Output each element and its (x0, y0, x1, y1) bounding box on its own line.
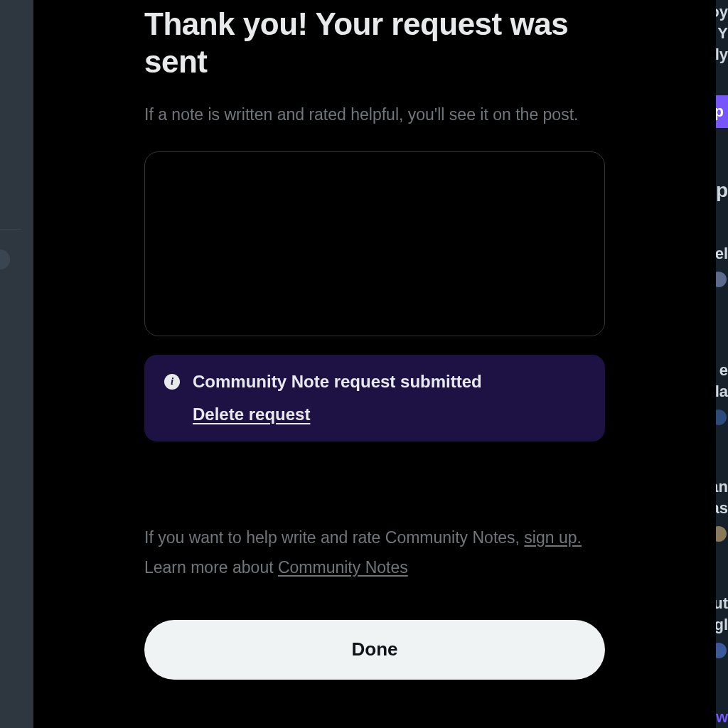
status-banner: i Community Note request submitted Delet… (144, 355, 605, 441)
help-text-prefix: If you want to help write and rate Commu… (144, 528, 524, 547)
help-text-prefix-2: Learn more about (144, 558, 278, 577)
modal-subtitle: If a note is written and rated helpful, … (144, 104, 605, 126)
status-text: Community Note request submitted (193, 372, 482, 392)
help-text-signup: If you want to help write and rate Commu… (144, 525, 605, 550)
community-notes-link[interactable]: Community Notes (278, 558, 408, 577)
delete-request-link[interactable]: Delete request (193, 405, 310, 424)
help-section: If you want to help write and rate Commu… (144, 525, 605, 580)
community-note-modal: Thank you! Your request was sent If a no… (33, 0, 716, 728)
done-button[interactable]: Done (144, 620, 605, 680)
help-text-learn: Learn more about Community Notes (144, 555, 605, 580)
sign-up-link[interactable]: sign up. (524, 528, 582, 547)
modal-title: Thank you! Your request was sent (144, 0, 605, 81)
modal-backdrop: Thank you! Your request was sent If a no… (0, 0, 728, 728)
post-embed-box (144, 151, 605, 336)
info-icon: i (164, 374, 180, 390)
